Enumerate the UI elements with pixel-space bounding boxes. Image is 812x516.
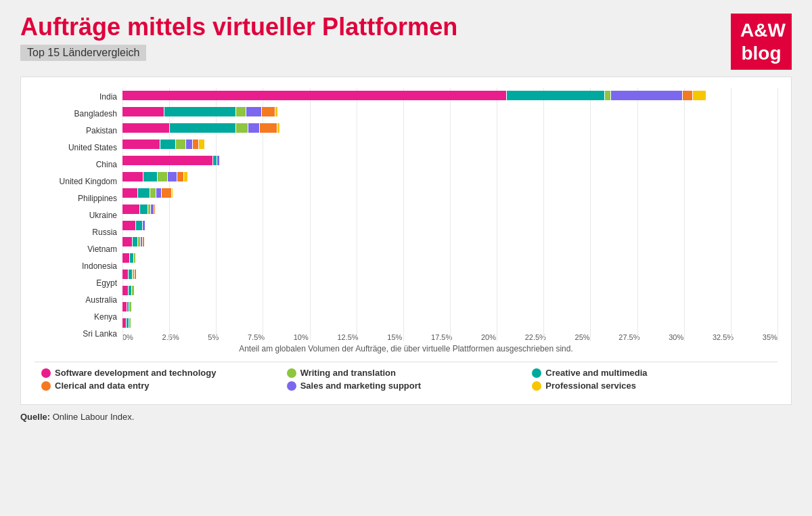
bar-segment-writing	[132, 286, 134, 295]
x-axis-tick: 12.5%	[337, 333, 358, 341]
y-label: Ukraine	[35, 208, 117, 223]
bar-segment-writing	[176, 139, 185, 149]
x-axis: 0%2.5%5%7.5%10%12.5%15%17.5%20%22.5%25%2…	[122, 333, 777, 341]
legend-label: Professional services	[545, 381, 636, 391]
bar-segment-professional	[184, 172, 188, 181]
page: Aufträge mittels virtueller Plattformen …	[0, 0, 812, 516]
bar-segment-professional	[693, 91, 706, 100]
grid-line	[777, 88, 778, 341]
bar-segment-clerical	[135, 270, 135, 279]
legend-item: Software development and technology	[41, 368, 280, 378]
bar-row	[122, 299, 777, 314]
bar-segment-creative	[133, 237, 137, 246]
y-label: Vietnam	[35, 242, 117, 257]
bar-segment-writing	[129, 318, 130, 328]
y-labels: IndiaBangladeshPakistanUnited StatesChin…	[35, 88, 122, 341]
legend-item: Clerical and data entry	[41, 381, 280, 391]
y-label: China	[35, 157, 117, 172]
bar-segment-writing	[138, 237, 140, 246]
x-axis-tick: 35%	[763, 333, 777, 341]
source-text: Online Labour Index.	[53, 412, 135, 422]
legend-item: Creative and multimedia	[532, 368, 771, 378]
bar-segment-sales	[141, 237, 143, 246]
logo-line2: blog	[740, 42, 782, 65]
bar-row	[122, 186, 777, 200]
bar-row	[122, 251, 777, 265]
x-axis-tick: 25%	[575, 333, 590, 341]
y-label: Bangladesh	[35, 106, 117, 121]
bar-row	[122, 169, 777, 184]
main-title: Aufträge mittels virtueller Plattformen	[20, 14, 457, 41]
bars-rows	[122, 88, 777, 330]
bar-segment-software	[122, 139, 160, 149]
bar-segment-creative	[213, 156, 217, 165]
bar-segment-clerical	[177, 172, 183, 181]
legend-item: Professional services	[532, 381, 771, 391]
bar-segment-creative	[129, 286, 131, 295]
bar-segment-writing	[158, 172, 167, 181]
x-axis-tick: 27.5%	[618, 333, 639, 341]
y-label: Pakistan	[35, 123, 117, 138]
legend-dot	[287, 381, 296, 391]
x-axis-tick: 10%	[294, 333, 309, 341]
bar-segment-creative	[507, 91, 604, 100]
bar-segment-sales	[611, 91, 682, 100]
bar-row	[122, 267, 777, 282]
x-axis-tick: 2.5%	[162, 333, 179, 341]
legend-dot	[532, 368, 541, 378]
legend-dot	[41, 368, 51, 378]
bar-segment-software	[122, 107, 164, 116]
bar-segment-sales	[217, 156, 219, 165]
bar-row	[122, 121, 777, 135]
bar-segment-creative	[127, 318, 129, 328]
title-block: Aufträge mittels virtueller Plattformen …	[20, 14, 457, 61]
bar-segment-software	[122, 237, 132, 246]
y-label: Sri Lanka	[35, 326, 117, 341]
bar-segment-creative	[164, 107, 235, 116]
legend-label: Clerical and data entry	[55, 381, 149, 391]
y-label: Kenya	[35, 309, 117, 324]
bar-segment-creative	[136, 221, 141, 230]
bar-row	[122, 234, 777, 249]
bar-segment-sales	[156, 188, 161, 198]
bar-row	[122, 316, 777, 330]
bar-segment-creative	[130, 253, 134, 263]
bar-segment-writing	[133, 270, 134, 279]
legend-label: Sales and marketing support	[300, 381, 421, 391]
bar-segment-creative	[170, 123, 235, 133]
bar-segment-clerical	[260, 123, 277, 133]
chart-container: IndiaBangladeshPakistanUnited StatesChin…	[20, 77, 792, 405]
source: Quelle: Online Labour Index.	[20, 412, 792, 422]
bar-segment-clerical	[162, 188, 171, 198]
bar-segment-software	[122, 302, 127, 311]
bar-segment-professional	[172, 188, 173, 198]
y-label: United States	[35, 140, 117, 155]
bar-segment-writing	[236, 123, 248, 133]
bar-segment-clerical	[683, 91, 692, 100]
x-axis-tick: 7.5%	[248, 333, 265, 341]
header: Aufträge mittels virtueller Plattformen …	[20, 14, 792, 70]
bar-segment-sales	[186, 139, 191, 149]
y-label: Indonesia	[35, 259, 117, 274]
bar-segment-writing	[134, 253, 135, 263]
bar-segment-clerical	[262, 107, 275, 116]
bar-segment-creative	[140, 205, 148, 214]
bar-row	[122, 218, 777, 233]
chart-area: IndiaBangladeshPakistanUnited StatesChin…	[35, 88, 777, 341]
bar-segment-software	[122, 205, 139, 214]
bar-segment-software	[122, 318, 126, 328]
bar-row	[122, 283, 777, 298]
bar-segment-software	[122, 91, 506, 100]
bar-segment-software	[122, 123, 169, 133]
legend-label: Writing and translation	[300, 368, 396, 378]
bar-row	[122, 137, 777, 152]
y-label: Russia	[35, 225, 117, 240]
bar-segment-software	[122, 156, 212, 165]
bar-row	[122, 104, 777, 119]
bar-segment-software	[122, 270, 128, 279]
bar-segment-writing	[129, 302, 131, 311]
y-label: United Kingdom	[35, 174, 117, 189]
bar-segment-creative	[129, 270, 132, 279]
bar-row	[122, 88, 777, 103]
y-label: Philippines	[35, 191, 117, 206]
